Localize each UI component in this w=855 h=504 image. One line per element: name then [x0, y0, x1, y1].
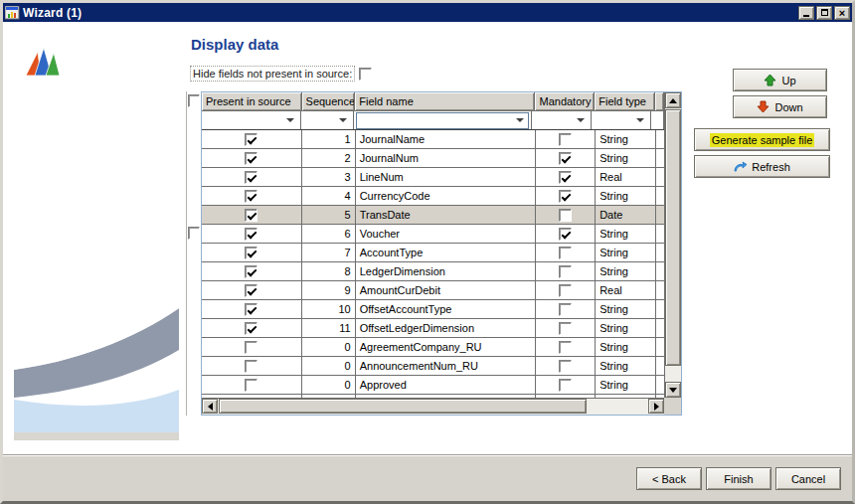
filter-sequence[interactable] [301, 111, 354, 129]
sequence-cell: 7 [302, 244, 356, 261]
present-checkbox[interactable] [245, 303, 257, 316]
record-marker-checkbox[interactable] [188, 227, 200, 240]
up-arrow-icon [764, 74, 776, 86]
table-row[interactable]: 6 Voucher String [202, 225, 664, 244]
present-checkbox[interactable] [245, 341, 257, 354]
down-arrow-icon [757, 100, 770, 113]
present-checkbox[interactable] [245, 322, 257, 335]
mandatory-checkbox[interactable] [559, 209, 572, 222]
cancel-button[interactable]: Cancel [775, 467, 841, 490]
table-row[interactable]: 8 LedgerDimension String [202, 262, 664, 281]
column-header-present-in-source[interactable]: Present in source [202, 92, 302, 110]
table-row[interactable]: 5 TransDate Date [202, 206, 664, 225]
table-row[interactable]: 11 OffsetLedgerDimension String [202, 319, 664, 338]
up-button[interactable]: Up [733, 69, 827, 91]
mandatory-checkbox[interactable] [559, 322, 572, 335]
filter-field-type[interactable] [592, 111, 651, 129]
dropdown-icon [577, 118, 585, 122]
filter-present-in-source[interactable] [202, 111, 301, 129]
field-type-cell: String [596, 225, 656, 243]
sequence-cell: 0 [302, 357, 356, 375]
field-name-cell: JournalNum [356, 149, 537, 167]
scroll-up-icon[interactable] [665, 92, 681, 108]
present-checkbox[interactable] [245, 228, 257, 241]
present-checkbox[interactable] [245, 171, 257, 184]
filter-mandatory[interactable] [532, 111, 591, 129]
field-name-cell: OffsetAccountType [356, 300, 537, 318]
table-row[interactable]: 0 AgreementCompany_RU String [202, 338, 664, 357]
field-type-cell: String [596, 357, 656, 375]
present-checkbox[interactable] [245, 265, 257, 278]
table-row[interactable]: 0 AnnouncementNum_RU String [202, 357, 664, 376]
dropdown-icon [339, 118, 347, 122]
present-checkbox[interactable] [245, 360, 257, 373]
back-button-label: < Back [652, 473, 686, 485]
field-type-cell: Date [596, 206, 656, 224]
scroll-left-icon[interactable] [202, 399, 218, 414]
close-icon[interactable]: × [834, 6, 850, 20]
table-row[interactable]: 9 AmountCurDebit Real [202, 281, 664, 300]
titlebar[interactable]: Wizard (1) × [3, 3, 852, 22]
mandatory-checkbox[interactable] [559, 341, 572, 354]
mandatory-checkbox[interactable] [559, 284, 572, 297]
field-name-cell: JournalName [356, 130, 537, 148]
horizontal-scroll-thumb[interactable] [219, 399, 587, 414]
present-checkbox[interactable] [245, 284, 257, 297]
scroll-down-icon[interactable] [665, 382, 681, 398]
generate-sample-file-button[interactable]: Generate sample file [694, 128, 830, 151]
dropdown-icon [636, 118, 644, 122]
mandatory-checkbox[interactable] [559, 303, 572, 316]
mandatory-checkbox[interactable] [559, 133, 572, 146]
hide-fields-label: Hide fields not present in source: [190, 66, 355, 82]
sequence-cell: 9 [302, 281, 356, 299]
field-name-cell: LineNum [356, 168, 537, 186]
field-name-filter-combobox[interactable] [356, 112, 529, 129]
sequence-cell: 11 [302, 319, 356, 337]
table-row[interactable]: 7 AccountType String [202, 244, 664, 262]
horizontal-scrollbar[interactable] [202, 398, 664, 415]
table-row[interactable]: 2 JournalNum String [202, 149, 664, 168]
mandatory-checkbox[interactable] [559, 247, 572, 259]
refresh-button-label: Refresh [752, 161, 790, 173]
refresh-button[interactable]: Refresh [694, 155, 830, 178]
finish-button[interactable]: Finish [706, 467, 771, 490]
mandatory-checkbox[interactable] [559, 152, 572, 165]
hide-fields-checkbox[interactable] [359, 68, 372, 81]
table-row[interactable]: 1 JournalName String [202, 130, 664, 149]
present-checkbox[interactable] [245, 209, 257, 222]
present-checkbox[interactable] [245, 133, 257, 146]
table-row[interactable]: 3 LineNum Real [202, 168, 664, 187]
field-name-cell: OffsetLedgerDimension [356, 319, 537, 337]
present-checkbox[interactable] [245, 247, 257, 259]
down-button[interactable]: Down [733, 95, 827, 118]
present-checkbox[interactable] [245, 190, 257, 203]
down-button-label: Down [774, 101, 802, 113]
mandatory-checkbox[interactable] [559, 360, 572, 373]
table-row[interactable]: 0 Approved String [202, 376, 664, 395]
column-header-field-name[interactable]: Field name [355, 92, 535, 110]
grid-filter-row [202, 111, 664, 130]
mandatory-checkbox[interactable] [559, 171, 572, 184]
table-row[interactable]: 10 OffsetAccountType String [202, 300, 664, 319]
minimize-icon[interactable] [798, 6, 814, 20]
sequence-cell: 2 [302, 149, 356, 167]
table-row[interactable]: 4 CurrencyCode String [202, 187, 664, 206]
present-checkbox[interactable] [245, 379, 257, 392]
mandatory-checkbox[interactable] [559, 265, 572, 278]
column-header-field-type[interactable]: Field type [595, 92, 655, 110]
vertical-scroll-thumb[interactable] [665, 109, 681, 366]
sequence-cell: 3 [302, 168, 356, 186]
mandatory-checkbox[interactable] [559, 379, 572, 392]
vertical-scrollbar[interactable] [664, 92, 681, 398]
present-checkbox[interactable] [245, 152, 257, 165]
back-button[interactable]: < Back [636, 467, 702, 490]
filter-field-name [354, 111, 532, 129]
select-all-checkbox[interactable] [188, 94, 200, 107]
column-header-mandatory[interactable]: Mandatory [535, 92, 595, 110]
mandatory-checkbox[interactable] [559, 190, 572, 203]
maximize-icon[interactable] [816, 6, 832, 20]
scroll-right-icon[interactable] [648, 399, 664, 414]
mandatory-checkbox[interactable] [559, 228, 572, 241]
sequence-cell: 4 [302, 187, 356, 205]
column-header-sequence[interactable]: Sequence [302, 92, 356, 110]
